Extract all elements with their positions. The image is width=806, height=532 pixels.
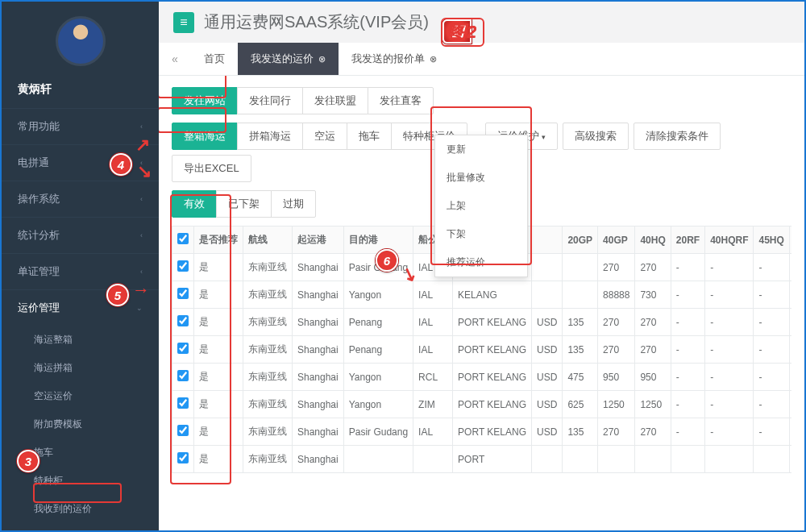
col-1: 是否推荐 bbox=[194, 227, 243, 254]
tab-2[interactable]: 我发送的报价单⊗ bbox=[339, 43, 450, 75]
btn-ship-1[interactable]: 拼箱海运 bbox=[237, 123, 303, 150]
row-checkbox[interactable] bbox=[177, 452, 189, 463]
menu-toggle-icon[interactable]: ≡ bbox=[173, 12, 194, 33]
nav-item-4[interactable]: 单证管理‹ bbox=[2, 253, 159, 289]
btn-ship-0[interactable]: 整箱海运 bbox=[172, 123, 238, 150]
tab-close-icon[interactable]: ⊗ bbox=[430, 54, 437, 64]
nav-subitem-5-2[interactable]: 空运运价 bbox=[2, 382, 159, 410]
btn-tool-1[interactable]: 高级搜索 bbox=[563, 123, 629, 150]
col-3: 起运港 bbox=[293, 227, 344, 254]
dropdown-item-2[interactable]: 上架 bbox=[435, 192, 527, 220]
dropdown-item-1[interactable]: 批量修改 bbox=[435, 164, 527, 192]
btn-dest-row-0[interactable]: 发往网站 bbox=[172, 87, 238, 114]
table-row: 是东南亚线ShanghaiPORT$- bbox=[172, 446, 792, 473]
btn-dest-row-3[interactable]: 发往直客 bbox=[368, 87, 434, 114]
select-all-checkbox[interactable] bbox=[177, 233, 189, 244]
nav-subitem-5-0[interactable]: 海运整箱 bbox=[2, 326, 159, 354]
btn-tool-2[interactable]: 清除搜索条件 bbox=[634, 123, 721, 150]
nav-subitem-5-5[interactable]: 特种柜 bbox=[2, 467, 159, 495]
row-checkbox[interactable] bbox=[177, 370, 189, 381]
tab-0[interactable]: 首页 bbox=[191, 43, 238, 75]
row-checkbox[interactable] bbox=[177, 315, 189, 326]
col-0 bbox=[172, 227, 194, 254]
col-8: 20GP bbox=[563, 227, 598, 254]
chevron-icon: ⌄ bbox=[136, 304, 143, 312]
table-row: 是东南亚线ShanghaiYangonIALKELANG88888730---$… bbox=[172, 281, 792, 309]
col-2: 航线 bbox=[243, 227, 293, 254]
dropdown-item-3[interactable]: 下架 bbox=[435, 220, 527, 248]
btn-ship-3[interactable]: 拖车 bbox=[347, 123, 392, 150]
avatar-container bbox=[2, 2, 159, 77]
row-checkbox[interactable] bbox=[177, 397, 189, 409]
col-9: 40GP bbox=[598, 227, 635, 254]
titlebar: ≡ 通用运费网SAAS系统(VIP会员) bbox=[159, 2, 804, 43]
nav-item-0[interactable]: 常用功能‹ bbox=[2, 108, 159, 144]
nav-subitem-5-6[interactable]: 我收到的运价 bbox=[2, 495, 159, 523]
avatar[interactable] bbox=[56, 16, 106, 66]
tab-close-icon[interactable]: ⊗ bbox=[318, 54, 326, 64]
table-row: 是东南亚线ShanghaiPenangIALPORT KELANGUSD1352… bbox=[172, 309, 792, 336]
row-checkbox[interactable] bbox=[177, 260, 189, 272]
dropdown-item-0[interactable]: 更新 bbox=[435, 135, 527, 164]
col-10: 40HQ bbox=[635, 227, 671, 254]
chevron-icon: ‹ bbox=[140, 159, 143, 167]
table-row: 是东南亚线ShanghaiPenangIALPORT KELANGUSD1352… bbox=[172, 336, 792, 364]
nav-subitem-5-4[interactable]: 拖车 bbox=[2, 438, 159, 467]
col-7 bbox=[532, 227, 563, 254]
btn-status-row-1[interactable]: 已下架 bbox=[216, 190, 272, 218]
sidebar: 黄炳轩 常用功能‹电拼通‹操作系统‹统计分析‹单证管理‹运价管理⌄海运整箱海运拼… bbox=[2, 2, 159, 530]
col-12: 40HQRF bbox=[705, 227, 754, 254]
dropdown-item-4[interactable]: 推荐运价 bbox=[435, 248, 527, 276]
btn-dest-row-2[interactable]: 发往联盟 bbox=[302, 87, 368, 114]
col-11: 20RF bbox=[671, 227, 704, 254]
chevron-icon: ‹ bbox=[140, 231, 143, 239]
content: 发往网站发往同行发往联盟发往直客 整箱海运拼箱海运空运拖车特种柜运价运价维护高级… bbox=[159, 76, 804, 530]
col-14: 附加费 bbox=[789, 227, 791, 254]
chevron-icon: ‹ bbox=[140, 195, 143, 203]
col-13: 45HQ bbox=[754, 227, 789, 254]
table-row: 是东南亚线ShanghaiYangonZIMPORT KELANGUSD6251… bbox=[172, 391, 792, 418]
btn-ship-2[interactable]: 空运 bbox=[302, 123, 347, 150]
row-checkbox[interactable] bbox=[177, 343, 189, 354]
table-row: 是东南亚线ShanghaiPasir GudangIALPORT KELANGU… bbox=[172, 418, 792, 446]
nav-item-1[interactable]: 电拼通‹ bbox=[2, 144, 159, 181]
nav-subitem-5-3[interactable]: 附加费模板 bbox=[2, 410, 159, 438]
main-area: ≡ 通用运费网SAAS系统(VIP会员) « 首页我发送的运价⊗我发送的报价单⊗… bbox=[159, 2, 804, 530]
nav-item-2[interactable]: 操作系统‹ bbox=[2, 181, 159, 217]
chevron-icon: ‹ bbox=[140, 123, 143, 131]
nav-item-3[interactable]: 统计分析‹ bbox=[2, 217, 159, 253]
row-checkbox[interactable] bbox=[177, 425, 189, 436]
btn-tool-3[interactable]: 导出EXCEL bbox=[172, 155, 251, 182]
tabs-row: « 首页我发送的运价⊗我发送的报价单⊗ bbox=[159, 43, 804, 76]
tab-1[interactable]: 我发送的运价⊗ bbox=[238, 43, 339, 75]
table-row: 是东南亚线ShanghaiYangonRCLPORT KELANGUSD4759… bbox=[172, 364, 792, 391]
tabs-back-icon[interactable]: « bbox=[159, 44, 191, 73]
nav-subitem-5-1[interactable]: 海运拼箱 bbox=[2, 354, 159, 382]
btn-dest-row-1[interactable]: 发往同行 bbox=[237, 87, 303, 114]
row-checkbox[interactable] bbox=[177, 288, 189, 299]
chevron-icon: ‹ bbox=[140, 268, 143, 276]
nav-subitem-5-7[interactable]: 我发送的运价 bbox=[2, 523, 159, 530]
btn-status-row-2[interactable]: 过期 bbox=[271, 190, 316, 218]
col-4: 目的港 bbox=[343, 227, 413, 254]
nav-item-5[interactable]: 运价管理⌄ bbox=[2, 289, 159, 326]
btn-status-row-0[interactable]: 有效 bbox=[172, 190, 217, 218]
username: 黄炳轩 bbox=[2, 77, 159, 108]
page-title: 通用运费网SAAS系统(VIP会员) bbox=[204, 11, 429, 33]
maintain-dropdown: 更新批量修改上架下架推荐运价 bbox=[434, 135, 528, 277]
